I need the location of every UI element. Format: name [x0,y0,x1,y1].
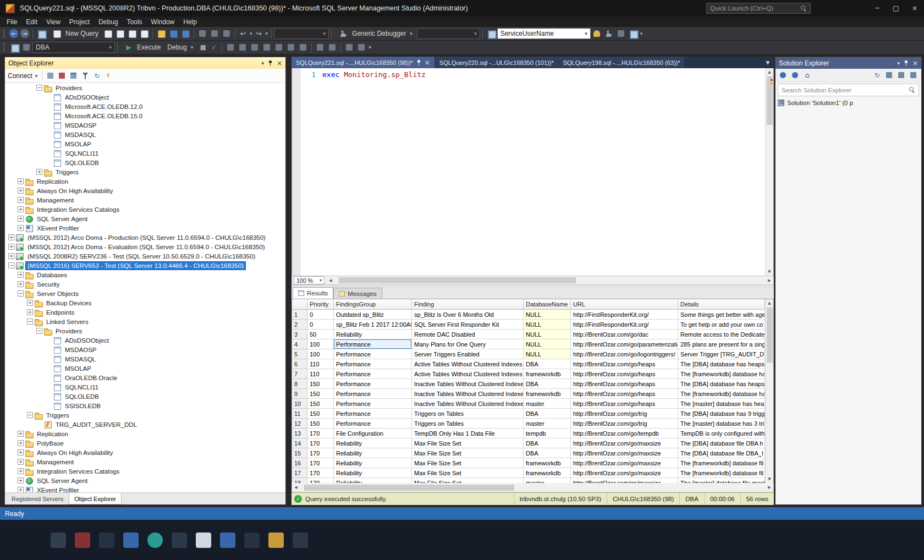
connect-button[interactable]: Connect [8,72,32,80]
save-all-icon[interactable] [179,28,191,39]
scroll-right-icon[interactable]: ▶ [766,485,773,490]
toolbar-grip[interactable] [3,43,6,52]
grid-cell[interactable]: SQL Server First Responder Kit [412,320,524,330]
expand-icon[interactable]: + [18,206,24,212]
key-icon[interactable] [591,28,603,39]
scroll-left-icon[interactable]: ◀ [292,485,300,490]
tree-item[interactable]: −Providers [5,326,285,336]
database-engine-query-icon[interactable] [102,28,114,39]
grid-cell[interactable]: http://BrentOzar.com/go/maxsize [571,448,678,458]
row-number-cell[interactable]: 10 [292,399,307,409]
taskbar-icon[interactable] [268,532,284,548]
scrollbar-track[interactable] [334,276,766,284]
row-number-cell[interactable]: 15 [292,448,307,458]
tool-window-tab-registered-servers[interactable]: Registered Servers [6,493,69,504]
grid-cell[interactable]: The [DBA] database file DBA_l [678,448,765,458]
pin-icon[interactable] [416,60,421,65]
expand-icon[interactable]: + [18,281,24,287]
maximize-button[interactable]: □ [887,0,905,17]
tree-item[interactable]: −Providers [5,83,285,92]
tree-item[interactable]: MSDAOSP [5,120,285,130]
grid-corner-cell[interactable] [292,299,307,310]
change-connection-icon[interactable] [8,42,20,53]
disconnect-icon[interactable] [20,42,32,53]
tree-item[interactable]: +PolyBase [5,438,285,448]
dmx-query-icon[interactable] [126,28,138,39]
intellisense-icon[interactable] [249,42,261,53]
row-number-cell[interactable]: 1 [292,310,307,320]
tree-item[interactable]: +Endpoints [5,308,285,317]
grid-cell[interactable]: Reliability [334,330,412,339]
scroll-up-icon[interactable]: ▲ [766,299,773,307]
package-icon[interactable] [615,28,627,39]
grid-cell[interactable]: NULL [524,349,571,359]
tree-item[interactable]: SQLOLEDB [5,392,285,401]
grid-vertical-scrollbar[interactable]: ▲ ▼ [765,299,773,483]
connect-dropdown-icon[interactable]: ▾ [34,73,39,79]
grid-cell[interactable]: http://FirstResponderKit.org/ [571,320,678,330]
collapse-icon[interactable]: − [18,290,24,297]
grid-cell[interactable]: Performance [334,389,412,399]
tree-item[interactable]: +Always On High Availability [5,186,285,195]
expand-icon[interactable]: + [27,309,33,315]
grid-cell[interactable]: http://BrentOzar.com/go/maxsize [571,478,678,483]
undo-dropdown-icon[interactable]: ▾ [249,31,254,36]
grid-cell[interactable]: Performance [334,369,412,379]
collapse-all-icon[interactable] [884,70,894,80]
grid-cell[interactable]: frameworkdb [524,369,571,379]
document-tab[interactable]: SQLQuery220.sql -...ULG\c168350 (101))* [435,57,558,68]
toolbar-combo[interactable]: ▾ [417,28,480,39]
tab-list-icon[interactable]: ▼ [762,57,774,68]
new-query-button[interactable]: New Query [47,28,102,40]
grid-cell[interactable]: http://BrentOzar.com/go/parameterization [571,339,678,349]
column-header-details[interactable]: Details [678,299,765,310]
grid-cell[interactable]: DBA [524,448,571,458]
tree-item[interactable]: +(MSSQL 2012) Arco Doma - Production (SQ… [5,233,285,242]
grid-cell[interactable]: http://BrentOzar.com/go/tempdb [571,429,678,438]
grid-cell[interactable]: http://BrentOzar.com/go/maxsize [571,468,678,478]
toolbar-grip[interactable] [3,29,6,38]
grid-cell[interactable]: 110 [307,369,334,379]
tree-item[interactable]: −Linked Servers [5,317,285,326]
grid-cell[interactable]: TempDB Only Has 1 Data File [412,429,524,438]
scroll-left-icon[interactable]: ◀ [327,278,334,283]
results-to-grid-icon[interactable] [285,42,297,53]
tab-messages[interactable]: Messages [333,288,382,299]
navigate-back-icon[interactable]: ← [9,29,18,38]
grid-horizontal-scrollbar[interactable]: ◀ ▶ [292,483,774,492]
expand-icon[interactable]: + [18,178,24,184]
grid-cell[interactable]: master [524,478,571,483]
home-icon[interactable]: ⌂ [802,70,812,80]
results-to-file-icon[interactable] [297,42,309,53]
taskbar-icon[interactable] [293,532,308,548]
tree-item[interactable]: +Integration Services Catalogs [5,466,285,476]
taskbar-icon[interactable] [123,532,139,548]
grid-cell[interactable]: http://BrentOzar.com/go/heaps [571,369,678,379]
expand-icon[interactable]: + [18,188,24,194]
tree-item[interactable]: SQLOLEDB [5,158,285,167]
stop-icon[interactable]: ■ [197,42,208,53]
grid-cell[interactable]: Performance [334,399,412,409]
document-tab[interactable]: SQLQuery221.sql -....HULG\c168350 (98))*… [292,57,435,68]
save-icon[interactable] [167,28,179,39]
close-icon[interactable]: × [425,59,430,66]
taskbar-icon[interactable] [244,532,260,548]
row-number-cell[interactable]: 16 [292,458,307,468]
expand-icon[interactable]: + [18,468,24,474]
row-number-cell[interactable]: 9 [292,389,307,399]
cut-icon[interactable] [196,28,208,39]
solution-explorer-search-input[interactable]: Search Solution Explorer [778,84,919,96]
toolbar-combo[interactable]: ▾ [274,28,329,39]
tree-item[interactable]: MSDAOSP [5,345,285,354]
solution-explorer-header[interactable]: Solution Explorer ▾ × [776,57,921,69]
menu-item-file[interactable]: File [2,17,21,27]
expand-icon[interactable]: + [8,244,14,250]
expand-icon[interactable]: + [18,272,24,278]
grid-cell[interactable]: http://BrentOzar.com/go/heaps [571,389,678,399]
paste-icon[interactable] [221,28,233,39]
grid-cell[interactable]: Triggers on Tables [412,419,524,429]
grid-cell[interactable]: http://FirstResponderKit.org/ [571,310,678,320]
grid-cell[interactable]: NULL [524,310,571,320]
row-number-cell[interactable]: 7 [292,369,307,379]
tree-item[interactable]: Microsoft.ACE.OLEDB.12.0 [5,102,285,111]
